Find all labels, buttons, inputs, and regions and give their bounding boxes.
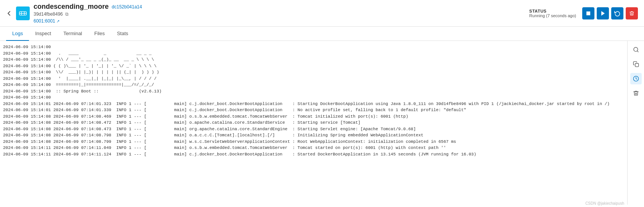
container-info: condescending_moore dc152b041a14 39d14fb… bbox=[34, 3, 529, 24]
tab-inspect[interactable]: Inspect bbox=[29, 27, 57, 41]
play-button[interactable] bbox=[597, 7, 609, 19]
log-line: 2024-06-09 15:14:00 . ____ _ __ _ _ bbox=[0, 50, 627, 57]
delete-button[interactable] bbox=[626, 7, 638, 19]
log-content[interactable]: 2024-06-09 15:14:002024-06-09 15:14:00 .… bbox=[0, 41, 627, 205]
log-line: 2024-06-09 15:14:00 bbox=[0, 44, 627, 50]
log-line: 2024-06-09 15:14:00 :: Spring Boot :: (v… bbox=[0, 88, 627, 95]
status-label: STATUS bbox=[529, 9, 576, 13]
log-line: 2024-06-09 15:14:08 2024-06-09 07:14:08.… bbox=[0, 132, 627, 139]
tab-files[interactable]: Files bbox=[88, 27, 111, 41]
log-line: 2024-06-09 15:14:08 2024-06-09 07:14:08.… bbox=[0, 120, 627, 126]
log-line: 2024-06-09 15:14:00 /\\ / ___'_ __ _ _(_… bbox=[0, 57, 627, 63]
external-link-icon: ↗ bbox=[56, 19, 59, 23]
commit-link[interactable]: dc152b041a14 bbox=[112, 4, 142, 10]
log-line: 2024-06-09 15:14:11 2024-06-09 07:14:11.… bbox=[0, 145, 627, 151]
back-button[interactable] bbox=[6, 10, 12, 16]
log-line: 2024-06-09 15:14:00 bbox=[0, 94, 627, 101]
restart-button[interactable] bbox=[611, 7, 623, 19]
copy-button[interactable] bbox=[630, 58, 642, 70]
svg-line-7 bbox=[637, 51, 638, 52]
log-line: 2024-06-09 15:14:08 2024-06-09 07:14:08.… bbox=[0, 113, 627, 120]
action-buttons bbox=[582, 7, 638, 19]
log-line: 2024-06-09 15:14:00 =========|_|========… bbox=[0, 82, 627, 88]
log-line: 2024-06-09 15:14:00 \\/ ___)| |_)| | | |… bbox=[0, 69, 627, 76]
log-line: 2024-06-09 15:14:01 2024-06-09 07:14:01.… bbox=[0, 107, 627, 113]
copy-id-button[interactable]: ⧉ bbox=[65, 11, 69, 17]
tab-terminal[interactable]: Terminal bbox=[57, 27, 88, 41]
port-label: 6001:6001 bbox=[34, 18, 55, 24]
status-info: STATUS Running (7 seconds ago) bbox=[529, 9, 576, 18]
log-line: 2024-06-09 15:14:00 ( ( )\___ | '_ | '_|… bbox=[0, 63, 627, 70]
svg-rect-4 bbox=[586, 11, 590, 15]
status-value: Running (7 seconds ago) bbox=[529, 13, 576, 18]
log-container: 2024-06-09 15:14:002024-06-09 15:14:00 .… bbox=[0, 41, 644, 205]
watermark: CSDN @jakiechaipush bbox=[585, 201, 624, 205]
stop-button[interactable] bbox=[582, 7, 594, 19]
container-name: condescending_moore bbox=[34, 3, 109, 11]
log-line: 2024-06-09 15:14:01 2024-06-09 07:14:01.… bbox=[0, 101, 627, 107]
clear-button[interactable] bbox=[630, 87, 642, 99]
log-line: 2024-06-09 15:14:00 ' |____| .__|_| |_|_… bbox=[0, 76, 627, 82]
log-line: 2024-06-09 15:14:08 2024-06-09 07:14:08.… bbox=[0, 139, 627, 145]
svg-rect-8 bbox=[635, 63, 639, 67]
log-line: 2024-06-09 15:14:11 2024-06-09 07:14:11.… bbox=[0, 151, 627, 158]
header: condescending_moore dc152b041a14 39d14fb… bbox=[0, 0, 644, 27]
port-link[interactable]: 6001:6001 ↗ bbox=[34, 18, 529, 24]
log-line: 2024-06-09 15:14:08 2024-06-09 07:14:08.… bbox=[0, 126, 627, 133]
status-section: STATUS Running (7 seconds ago) bbox=[529, 7, 638, 19]
right-toolbar bbox=[627, 41, 644, 205]
tabs-bar: Logs Inspect Terminal Files Stats bbox=[0, 27, 644, 41]
container-id: 39d14fbe8496 bbox=[34, 11, 63, 17]
search-button[interactable] bbox=[630, 44, 642, 55]
svg-marker-5 bbox=[601, 11, 605, 16]
tab-stats[interactable]: Stats bbox=[111, 27, 135, 41]
tab-logs[interactable]: Logs bbox=[6, 27, 29, 41]
timestamps-button[interactable] bbox=[630, 73, 642, 84]
container-icon bbox=[16, 6, 30, 20]
